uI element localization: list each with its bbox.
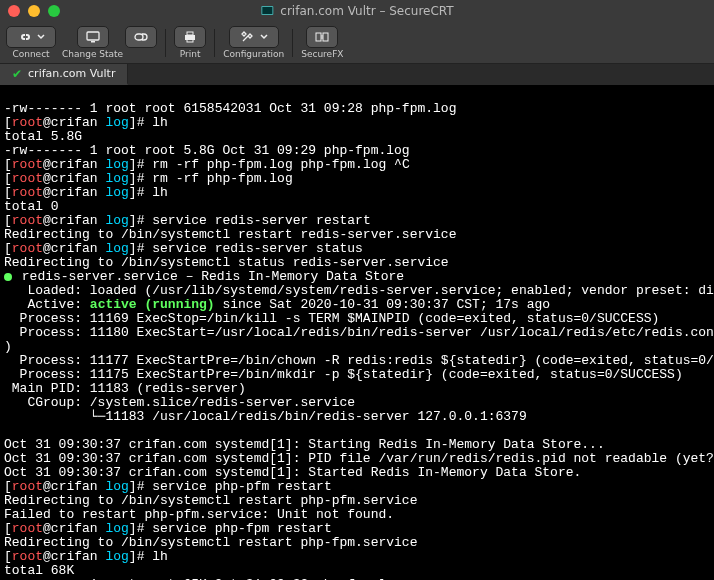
term-line: -rw------- 1 root root 6158542031 Oct 31…: [4, 101, 456, 116]
prompt-at: @crifan: [43, 549, 105, 564]
print-button[interactable]: Print: [174, 26, 206, 59]
printer-icon: [182, 30, 198, 44]
prompt-cmd: ]# rm -rf php-fpm.log: [129, 171, 293, 186]
term-line: Oct 31 09:30:37 crifan.com systemd[1]: S…: [4, 437, 605, 452]
toolbar: Connect Change State Print Configuration…: [0, 22, 714, 64]
term-line: Process: 11175 ExecStartPre=/bin/mkdir -…: [4, 367, 683, 382]
monitor-icon: [85, 30, 101, 44]
window-title: crifan.com Vultr – SecureCRT: [260, 4, 453, 18]
chevron-down-icon: [37, 34, 45, 40]
prompt-user: root: [12, 479, 43, 494]
app-icon: [260, 4, 274, 18]
prompt-bracket: [: [4, 171, 12, 186]
terminal-output[interactable]: -rw------- 1 root root 6158542031 Oct 31…: [0, 86, 714, 580]
tools-icon: [240, 30, 256, 44]
prompt-user: root: [12, 171, 43, 186]
prompt-user: root: [12, 549, 43, 564]
term-line: Process: 11169 ExecStop=/bin/kill -s TER…: [4, 311, 659, 326]
term-line: -rw------- 1 root root 5.8G Oct 31 09:29…: [4, 143, 410, 158]
prompt-cmd: ]# service php-pfm restart: [129, 479, 332, 494]
term-line: ): [4, 339, 12, 354]
status-bullet-icon: [4, 273, 12, 281]
link-icon: [17, 30, 33, 44]
prompt-bracket: [: [4, 521, 12, 536]
svg-rect-8: [323, 33, 328, 41]
prompt-user: root: [12, 521, 43, 536]
minimize-button[interactable]: [28, 5, 40, 17]
toolbar-separator: [214, 29, 215, 57]
prompt-cmd: ]# rm -rf php-fpm.log php-fpm.log ^C: [129, 157, 410, 172]
prompt-bracket: [: [4, 213, 12, 228]
connect-button[interactable]: Connect: [6, 26, 56, 59]
print-label: Print: [180, 49, 201, 59]
term-line: Process: 11180 ExecStart=/usr/local/redi…: [4, 325, 714, 340]
prompt-cmd: ]# lh: [129, 115, 168, 130]
svg-rect-7: [316, 33, 321, 41]
checkmark-icon: ✔: [12, 67, 22, 81]
svg-rect-3: [91, 41, 95, 43]
prompt-cmd: ]# lh: [129, 549, 168, 564]
status-active: active (running): [90, 297, 215, 312]
prompt-dir: log: [105, 213, 128, 228]
prompt-dir: log: [105, 549, 128, 564]
connect-label: Connect: [12, 49, 49, 59]
window-title-text: crifan.com Vultr – SecureCRT: [280, 4, 453, 18]
reconnect-label: [140, 49, 143, 59]
tab-session[interactable]: ✔ crifan.com Vultr: [0, 64, 128, 85]
tab-bar: ✔ crifan.com Vultr: [0, 64, 714, 86]
prompt-user: root: [12, 213, 43, 228]
prompt-user: root: [12, 185, 43, 200]
svg-rect-2: [87, 32, 99, 40]
prompt-cmd: ]# service redis-server restart: [129, 213, 371, 228]
prompt-user: root: [12, 241, 43, 256]
transfer-icon: [314, 30, 330, 44]
svg-rect-6: [187, 39, 193, 42]
close-button[interactable]: [8, 5, 20, 17]
prompt-dir: log: [105, 115, 128, 130]
term-line: Process: 11177 ExecStartPre=/bin/chown -…: [4, 353, 714, 368]
term-line: Redirecting to /bin/systemctl restart ph…: [4, 493, 417, 508]
prompt-dir: log: [105, 171, 128, 186]
prompt-user: root: [12, 115, 43, 130]
prompt-cmd: ]# service php-fpm restart: [129, 521, 332, 536]
toolbar-separator: [165, 29, 166, 57]
term-line: Main PID: 11183 (redis-server): [4, 381, 246, 396]
term-line: Redirecting to /bin/systemctl restart ph…: [4, 535, 417, 550]
svg-rect-1: [262, 7, 272, 14]
term-line: since Sat 2020-10-31 09:30:37 CST; 17s a…: [215, 297, 550, 312]
term-line: Loaded: loaded (/usr/lib/systemd/system/…: [4, 283, 714, 298]
term-line: └─11183 /usr/local/redis/bin/redis-serve…: [4, 409, 527, 424]
prompt-bracket: [: [4, 549, 12, 564]
prompt-user: root: [12, 157, 43, 172]
prompt-bracket: [: [4, 115, 12, 130]
securefx-button[interactable]: SecureFX: [301, 26, 343, 59]
toolbar-separator: [292, 29, 293, 57]
term-line: Redirecting to /bin/systemctl restart re…: [4, 227, 456, 242]
term-line: Active:: [4, 297, 90, 312]
term-line: Redirecting to /bin/systemctl status red…: [4, 255, 449, 270]
prompt-dir: log: [105, 241, 128, 256]
prompt-at: @crifan: [43, 241, 105, 256]
prompt-at: @crifan: [43, 185, 105, 200]
prompt-dir: log: [105, 521, 128, 536]
prompt-dir: log: [105, 185, 128, 200]
prompt-at: @crifan: [43, 115, 105, 130]
prompt-bracket: [: [4, 157, 12, 172]
reconnect-button[interactable]: [125, 26, 157, 59]
term-line: CGroup: /system.slice/redis-server.servi…: [4, 395, 355, 410]
prompt-bracket: [: [4, 241, 12, 256]
prompt-dir: log: [105, 479, 128, 494]
configuration-button[interactable]: Configuration: [223, 26, 284, 59]
change-state-button[interactable]: Change State: [62, 26, 123, 59]
configuration-label: Configuration: [223, 49, 284, 59]
chevron-down-icon: [260, 34, 268, 40]
maximize-button[interactable]: [48, 5, 60, 17]
term-line: Oct 31 09:30:37 crifan.com systemd[1]: S…: [4, 465, 581, 480]
prompt-at: @crifan: [43, 213, 105, 228]
svg-rect-5: [187, 32, 193, 35]
prompt-cmd: ]# lh: [129, 185, 168, 200]
change-state-label: Change State: [62, 49, 123, 59]
term-line: redis-server.service – Redis In-Memory D…: [14, 269, 404, 284]
term-line: Oct 31 09:30:37 crifan.com systemd[1]: P…: [4, 451, 714, 466]
prompt-at: @crifan: [43, 521, 105, 536]
